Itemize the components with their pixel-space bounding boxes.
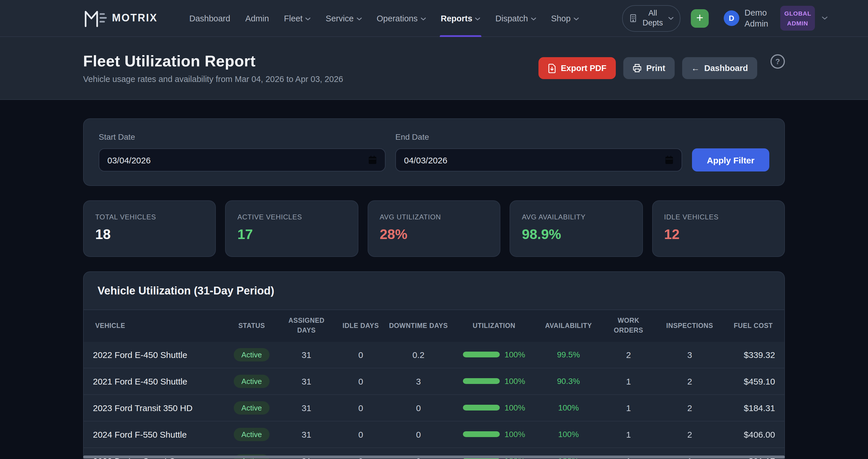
calendar-icon[interactable] [368, 155, 377, 164]
chevron-down-icon [421, 17, 426, 21]
stat-card-avg-utilization: AVG UTILIZATION28% [368, 200, 501, 257]
nav-item-label: Shop [551, 13, 571, 23]
nav-item-admin[interactable]: Admin [238, 0, 276, 37]
fuel-cost: $459.10 [722, 376, 775, 386]
nav-item-fleet[interactable]: Fleet [276, 0, 318, 37]
page-title: Fleet Utilization Report [83, 53, 343, 70]
nav-item-label: Operations [377, 13, 417, 23]
stat-value: 28% [380, 226, 489, 243]
stat-value: 98.9% [522, 226, 630, 243]
page-header: Fleet Utilization Report Vehicle usage r… [0, 37, 868, 100]
department-selector[interactable]: All Depts [622, 5, 680, 31]
column-header: IDLE DAYS [335, 315, 386, 337]
assigned-days: 31 [278, 403, 335, 412]
nav-item-service[interactable]: Service [318, 0, 369, 37]
utilization-percent: 100% [504, 430, 525, 439]
downtime-days: 0 [386, 403, 451, 412]
vehicle-name: 2024 Ford F-550 Shuttle [93, 429, 226, 439]
work-orders: 1 [600, 403, 657, 412]
stat-label: TOTAL VEHICLES [95, 213, 204, 221]
stat-card-idle-vehicles: IDLE VEHICLES12 [652, 200, 785, 257]
availability-percent: 100% [537, 403, 600, 412]
utilization-cell: 100% [451, 403, 537, 412]
work-orders: 1 [600, 429, 657, 439]
column-header: UTILIZATION [451, 315, 537, 337]
start-date-input[interactable]: 03/04/2026 [99, 148, 385, 172]
status-cell: Active [226, 428, 278, 441]
end-date-input[interactable]: 04/03/2026 [395, 148, 682, 172]
assigned-days: 31 [278, 376, 335, 386]
horizontal-scrollbar[interactable] [83, 456, 785, 458]
nav-item-operations[interactable]: Operations [369, 0, 433, 37]
arrow-left-icon: ← [691, 63, 700, 73]
brand-logo[interactable]: MOTRIX [84, 8, 158, 28]
status-cell: Active [226, 401, 278, 414]
stat-value: 18 [95, 226, 204, 243]
add-button[interactable]: + [691, 9, 709, 27]
status-badge: Active [234, 348, 270, 361]
fuel-cost: $184.31 [722, 403, 775, 412]
chevron-down-icon[interactable] [822, 16, 828, 20]
downtime-days: 3 [386, 376, 451, 386]
export-pdf-label: Export PDF [561, 63, 607, 73]
nav-item-label: Admin [245, 13, 269, 23]
stat-value: 17 [238, 226, 346, 243]
status-badge: Active [234, 401, 270, 414]
idle-days: 0 [335, 429, 386, 439]
stat-label: AVG UTILIZATION [380, 213, 489, 221]
utilization-percent: 100% [504, 350, 525, 359]
chevron-down-icon [306, 17, 311, 21]
date-filter-card: Start Date 03/04/2026 End Date [83, 118, 785, 186]
chevron-down-icon [356, 17, 362, 21]
utilization-cell: 100% [451, 376, 537, 386]
status-cell: Active [226, 348, 278, 361]
brand-name: MOTRIX [112, 12, 158, 24]
dashboard-button-label: Dashboard [704, 63, 748, 73]
column-header: DOWNTIME DAYS [386, 315, 451, 337]
utilization-bar [463, 378, 500, 384]
table-row: 2022 Ford E-450 ShuttleActive3100.2100%9… [84, 341, 784, 368]
stat-label: IDLE VEHICLES [664, 213, 773, 221]
downtime-days: 0.2 [386, 349, 451, 359]
nav-item-dashboard[interactable]: Dashboard [182, 0, 238, 37]
status-badge: Active [234, 428, 270, 441]
table-head: VEHICLESTATUSASSIGNED DAYSIDLE DAYSDOWNT… [84, 309, 784, 341]
assigned-days: 31 [278, 429, 335, 439]
department-selector-label: All Depts [641, 8, 665, 28]
export-pdf-button[interactable]: Export PDF [538, 57, 616, 79]
nav-item-label: Fleet [284, 13, 303, 23]
nav-item-reports[interactable]: Reports [433, 0, 488, 37]
start-date-field: Start Date 03/04/2026 [99, 132, 385, 172]
utilization-bar [463, 405, 500, 410]
print-button[interactable]: Print [623, 57, 674, 79]
end-date-value: 04/03/2026 [404, 155, 447, 165]
page-header-text: Fleet Utilization Report Vehicle usage r… [83, 53, 343, 84]
inspections: 2 [657, 403, 722, 412]
availability-percent: 90.3% [537, 376, 600, 386]
column-header: INSPECTIONS [657, 315, 722, 337]
nav-item-dispatch[interactable]: Dispatch [488, 0, 544, 37]
utilization-cell: 100% [451, 350, 537, 359]
vehicle-name: 2023 Ford Transit 350 HD [93, 403, 226, 412]
inspections: 2 [657, 376, 722, 386]
utilization-cell: 100% [451, 430, 537, 439]
stat-card-avg-availability: AVG AVAILABILITY98.9% [509, 200, 643, 257]
stat-cards: TOTAL VEHICLES18ACTIVE VEHICLES17AVG UTI… [83, 200, 785, 257]
inspections: 2 [657, 429, 722, 439]
end-date-label: End Date [395, 132, 682, 142]
help-button[interactable]: ? [771, 54, 785, 68]
fuel-cost: $339.32 [722, 349, 775, 359]
plus-icon: + [696, 11, 704, 24]
stat-card-total-vehicles: TOTAL VEHICLES18 [83, 200, 216, 257]
calendar-icon[interactable] [665, 155, 674, 164]
top-nav: MOTRIX DashboardAdminFleetServiceOperati… [0, 0, 868, 37]
back-to-dashboard-button[interactable]: ← Dashboard [682, 57, 757, 79]
status-cell: Active [226, 374, 278, 388]
nav-right-cluster: All Depts + D Demo Admin GLOBAL ADMIN [622, 5, 828, 31]
column-header: STATUS [226, 315, 278, 337]
vehicle-name: 2021 Ford E-450 Shuttle [93, 376, 226, 386]
nav-item-shop[interactable]: Shop [544, 0, 586, 37]
file-download-icon [548, 63, 556, 73]
apply-filter-button[interactable]: Apply Filter [692, 148, 769, 172]
avatar[interactable]: D [724, 10, 739, 26]
